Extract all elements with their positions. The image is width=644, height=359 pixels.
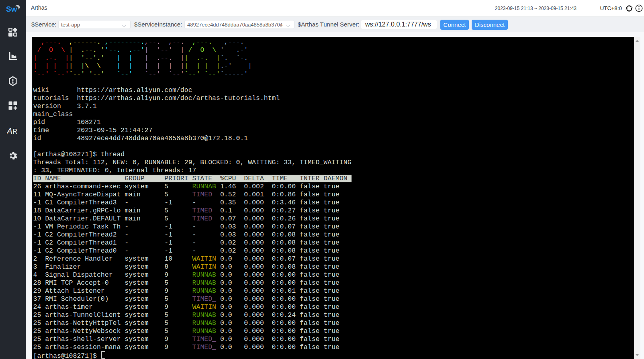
svg-text:A: A: [7, 126, 12, 135]
svg-text:R: R: [13, 128, 18, 135]
svg-text:Sw: Sw: [6, 5, 17, 13]
